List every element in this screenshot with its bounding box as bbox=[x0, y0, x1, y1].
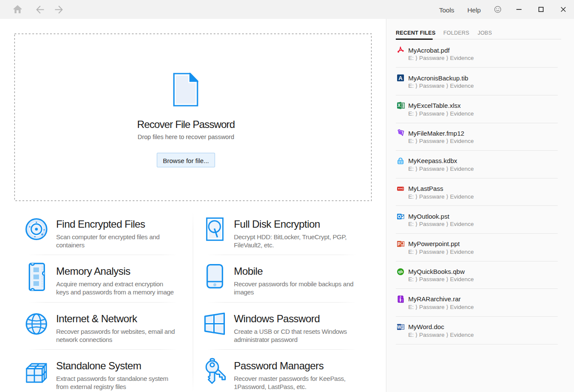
svg-text:X: X bbox=[398, 103, 401, 108]
svg-text:A: A bbox=[398, 75, 403, 81]
svg-text:qb: qb bbox=[398, 270, 403, 274]
svg-text:P: P bbox=[398, 241, 401, 246]
svg-text:W: W bbox=[397, 325, 401, 330]
